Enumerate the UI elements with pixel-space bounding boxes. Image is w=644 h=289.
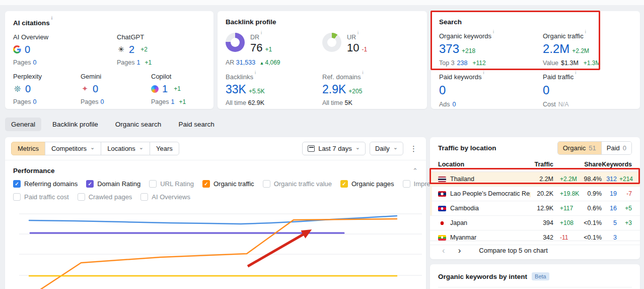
chatgpt-icon [117,45,125,54]
column-keywords[interactable]: Keywords [602,161,632,168]
ur-value: 10-1 [347,41,367,54]
ref-domains-value[interactable]: 2.9K [322,83,346,96]
metric-checkbox-url-rating[interactable]: URL Rating [149,180,194,188]
metric-checkbox-organic-pages[interactable]: Organic pages [340,180,394,188]
metric-checkbox-organic-traffic-value[interactable]: Organic traffic value [263,180,332,188]
info-icon[interactable] [585,29,586,34]
perplexity-icon [13,85,22,93]
info-icon[interactable] [493,29,494,34]
toggle-paid[interactable]: Paid 0 [601,142,631,154]
location-name: Lao People's Democratic Reput [450,190,530,197]
filter-competitors[interactable]: Competitors [45,142,101,155]
ai-metric-gemini: Gemini0Pages0 [81,73,151,105]
chevron-down-icon [90,145,95,150]
location-row-lao-people-s-democratic-reput[interactable]: Lao People's Democratic Reput20.2K+19.8K… [430,187,640,201]
tab-organic-search[interactable]: Organic search [109,118,168,131]
ahrefs-rank-value[interactable]: 31,533 [236,59,255,66]
traffic-change: +2.2M [556,176,577,183]
tab-paid-search[interactable]: Paid search [172,118,220,131]
column-share[interactable]: Share [577,161,602,168]
search-metric-value[interactable]: 373 [439,42,459,56]
citation-count[interactable]: 2 [129,44,134,55]
keywords-count[interactable]: 3 [602,234,617,241]
pages-count[interactable]: 1 [136,59,140,66]
filter-locations[interactable]: Locations [101,142,150,155]
column-traffic[interactable]: Traffic [530,161,553,168]
ai-citations-card: AI citations AI Overview0Pages0ChatGPT2+… [5,11,213,109]
citation-count[interactable]: 1 [162,83,168,95]
pages-count[interactable]: 0 [33,59,36,66]
location-row-japan[interactable]: Japan394+108<0.1%5+3 [430,216,640,230]
pages-line: Pages1+1 [117,59,154,66]
tab-general[interactable]: General [5,118,41,131]
thailand-flag [438,177,446,182]
share-value: <0.1% [577,234,602,241]
ahrefs-rank-line: AR 31,533 4,069 [226,59,419,66]
share-value: 0.6% [577,205,602,212]
traffic-value: 394 [530,219,553,226]
keywords-count[interactable]: 5 [602,219,617,226]
metric-checkbox-organic-traffic[interactable]: Organic traffic [202,180,254,188]
tab-backlink-profile[interactable]: Backlink profile [46,118,104,131]
ai-metric-label: Gemini [81,73,151,80]
checkbox-icon [13,193,21,201]
info-icon[interactable] [357,30,359,35]
pages-line: Pages0 [13,98,81,105]
keywords-count[interactable]: 312 [602,176,617,183]
pages-count[interactable]: 0 [100,98,104,105]
filter-metrics[interactable]: Metrics [11,142,45,155]
search-metric-label: Organic keywords [439,32,543,40]
info-icon[interactable] [483,70,484,75]
dr-value: 76+1 [250,41,272,54]
metric-checkbox-crawled-pages[interactable]: Crawled pages [78,193,132,201]
kebab-menu-button[interactable] [407,143,420,154]
keywords-change: +5 [619,205,632,212]
checkbox-icon [202,180,210,188]
metric-checkbox-ai-overviews[interactable]: AI Overviews [140,193,190,201]
citation-change: +1 [174,85,181,92]
info-icon[interactable] [255,70,256,75]
filter-years[interactable]: Years [150,142,179,155]
info-icon[interactable] [261,30,262,35]
search-metric-paid-traffic: Paid traffic0CostN/A [543,73,576,107]
pages-count[interactable]: 0 [33,98,36,105]
compare-top5-link[interactable]: Compare top 5 on chart [479,247,548,254]
search-row-1: Organic keywords373+218Top 3238+112Organ… [439,32,632,67]
checkbox-icon [340,180,348,188]
search-metric-value[interactable]: 0 [543,83,549,97]
search-metric-organic-traffic: Organic traffic2.2M+2.2MValue$1.3M+1.3M [543,32,603,67]
location-row-cambodia[interactable]: Cambodia12.9K+1170.6%16+5 [430,201,640,216]
keywords-count[interactable]: 19 [602,190,617,197]
next-page-button[interactable] [454,245,465,256]
keywords-count[interactable]: 16 [602,205,617,212]
prev-page-button[interactable] [438,245,449,256]
metric-checkbox-domain-rating[interactable]: Domain Rating [86,180,140,188]
toggle-organic[interactable]: Organic 51 [558,142,601,154]
citation-count[interactable]: 0 [25,44,30,55]
citation-count[interactable]: 0 [25,83,31,95]
pages-count[interactable]: 1 [171,98,174,105]
keywords-by-intent-title: Organic keywords by intent [438,273,527,280]
search-row-2: Paid keywords0Ads0Paid traffic0CostN/A [439,73,632,107]
metric-checkbox-paid-traffic-cost[interactable]: Paid traffic cost [13,193,69,201]
info-icon[interactable] [363,70,364,75]
ai-metric-chatgpt: ChatGPT2+2Pages1+1 [117,33,154,66]
site-explorer-overview: AI citations AI Overview0Pages0ChatGPT2+… [0,0,644,289]
traffic-change: -11 [556,234,577,241]
granularity-button[interactable]: Daily [370,142,403,155]
domain-rating-block: DR 76+1 [226,33,322,54]
search-metric-value[interactable]: 2.2M [543,42,569,56]
ai-citations-row-1: AI Overview0Pages0ChatGPT2+2Pages1+1 [13,33,205,66]
location-row-thailand[interactable]: Thailand2.2M+2.2M98.4%312+214 [430,172,640,187]
backlinks-value[interactable]: 33K [226,83,246,96]
citation-count[interactable]: 0 [93,83,98,95]
date-range-button[interactable]: Last 7 days [302,142,366,155]
column-location[interactable]: Location [438,161,530,168]
collapse-chevron-icon[interactable] [412,167,418,175]
info-icon[interactable] [575,70,576,75]
ai-metric-perplexity: Perplexity0Pages0 [13,73,81,105]
pages-line: Pages1+1 [151,98,188,105]
metric-checkbox-referring-domains[interactable]: Referring domains [13,180,78,188]
info-icon[interactable] [51,16,53,21]
search-metric-value[interactable]: 0 [439,83,446,97]
